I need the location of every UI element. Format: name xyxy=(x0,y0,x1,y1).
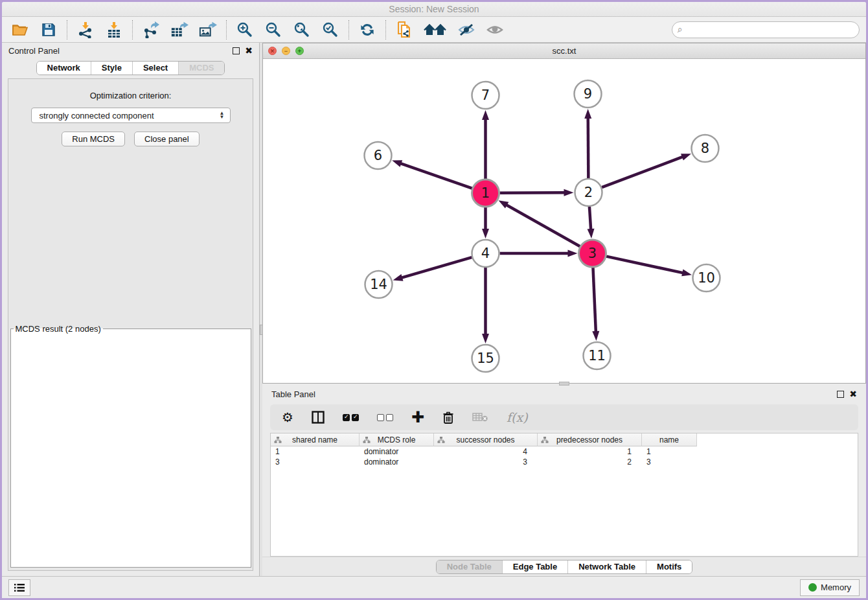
cell-MCDS-role[interactable]: dominator xyxy=(360,446,434,457)
edge-2-9[interactable] xyxy=(588,117,589,178)
clone-network-button[interactable] xyxy=(395,21,413,39)
edge-arrowhead xyxy=(564,189,573,196)
splitter-handle[interactable] xyxy=(559,382,569,386)
show-all-button[interactable] xyxy=(486,21,504,39)
tab-edge-table[interactable]: Edge Table xyxy=(502,560,567,573)
criterion-dropdown[interactable]: strongly connected component ▲▼ xyxy=(31,108,231,123)
first-neighbors-button[interactable] xyxy=(424,21,447,39)
import-table-button[interactable] xyxy=(105,21,123,39)
column-header-label: MCDS role xyxy=(378,435,416,444)
cell-MCDS-role[interactable]: dominator xyxy=(360,457,434,467)
table-panel-header: Table Panel ✖ xyxy=(262,386,866,402)
edge-3-11[interactable] xyxy=(593,268,595,332)
export-image-button[interactable] xyxy=(199,21,217,39)
network-window-titlebar[interactable]: scc.txt ✕ − + xyxy=(263,43,865,59)
mcds-result-text[interactable]: 13 xyxy=(11,334,241,336)
node-label-3: 3 xyxy=(588,246,597,261)
edge-arrowhead xyxy=(584,109,591,119)
window-zoom-icon[interactable]: + xyxy=(295,47,304,55)
cell-predecessor-nodes[interactable]: 1 xyxy=(538,446,642,457)
zoom-in-icon xyxy=(236,21,253,38)
hide-selected-button[interactable] xyxy=(457,21,475,39)
column-header-shared-name[interactable]: shared name xyxy=(271,433,360,446)
edge-arrowhead xyxy=(482,110,489,120)
edge-2-3[interactable] xyxy=(589,207,591,230)
table-row[interactable]: 3dominator323 xyxy=(271,457,858,467)
column-header-MCDS-role[interactable]: MCDS role xyxy=(360,433,434,446)
tab-node-table[interactable]: Node Table xyxy=(437,560,502,573)
column-header-predecessor-nodes[interactable]: predecessor nodes xyxy=(538,433,642,446)
node-label-6: 6 xyxy=(374,148,382,163)
edge-3-10[interactable] xyxy=(606,257,683,273)
network-window-title: scc.txt xyxy=(263,46,865,56)
node-label-4: 4 xyxy=(481,246,490,261)
vertical-splitter[interactable] xyxy=(259,43,262,576)
zoom-selected-button[interactable] xyxy=(321,21,339,39)
table-row[interactable]: 1dominator411 xyxy=(271,446,858,457)
close-panel-button[interactable]: Close panel xyxy=(134,132,200,146)
edge-3-1[interactable] xyxy=(506,205,580,247)
deselect-all-checkboxes-icon[interactable] xyxy=(377,414,393,421)
search-input[interactable] xyxy=(672,21,860,38)
tab-network-table[interactable]: Network Table xyxy=(567,560,646,573)
select-all-checkboxes-icon[interactable] xyxy=(343,414,359,421)
float-panel-icon[interactable] xyxy=(837,391,844,398)
zoom-out-button[interactable] xyxy=(264,21,282,39)
edge-1-6[interactable] xyxy=(400,163,472,189)
column-header-successor-nodes[interactable]: successor nodes xyxy=(434,433,538,446)
refresh-layout-button[interactable] xyxy=(358,21,376,39)
network-canvas[interactable]: 7968124314101511 xyxy=(263,59,865,383)
delete-column-icon[interactable] xyxy=(442,411,454,424)
network-graph[interactable]: 7968124314101511 xyxy=(263,59,865,383)
memory-label: Memory xyxy=(821,583,851,592)
delete-table-grid-icon xyxy=(472,412,488,422)
node-label-14: 14 xyxy=(370,277,387,292)
hierarchy-icon xyxy=(541,436,549,444)
cell-shared-name[interactable]: 1 xyxy=(271,446,360,457)
application-window: Session: New Session xyxy=(0,0,868,600)
node-label-7: 7 xyxy=(481,87,490,103)
export-network-button[interactable] xyxy=(142,21,160,39)
show-panels-button[interactable] xyxy=(8,579,30,596)
edge-4-14[interactable] xyxy=(401,257,472,278)
cell-shared-name[interactable]: 3 xyxy=(271,457,360,467)
add-column-icon[interactable]: ✚ xyxy=(411,411,424,424)
close-panel-icon[interactable]: ✖ xyxy=(849,391,857,398)
save-session-button[interactable] xyxy=(40,21,58,39)
tab-motifs[interactable]: Motifs xyxy=(646,560,692,573)
cell-successor-nodes[interactable]: 4 xyxy=(434,446,538,457)
function-builder-icon: f(x) xyxy=(507,410,528,424)
cell-successor-nodes[interactable]: 3 xyxy=(434,457,538,467)
column-header-label: predecessor nodes xyxy=(556,435,622,444)
tab-select[interactable]: Select xyxy=(132,62,178,75)
control-panel-tabs: NetworkStyleSelectMCDS xyxy=(36,61,225,75)
open-session-button[interactable] xyxy=(11,21,29,39)
column-settings-icon[interactable]: ⚙ xyxy=(282,411,293,424)
edge-1-2[interactable] xyxy=(499,192,565,193)
run-mcds-button[interactable]: Run MCDS xyxy=(62,132,125,146)
zoom-fit-button[interactable] xyxy=(293,21,311,39)
tab-mcds[interactable]: MCDS xyxy=(178,62,224,75)
cell-name[interactable]: 3 xyxy=(642,457,697,467)
float-panel-icon[interactable] xyxy=(233,47,240,54)
zoom-in-button[interactable] xyxy=(236,21,254,39)
cell-predecessor-nodes[interactable]: 2 xyxy=(538,457,642,467)
result-line: 1 xyxy=(15,335,237,336)
tab-network[interactable]: Network xyxy=(37,62,91,75)
export-table-button[interactable] xyxy=(170,21,188,39)
import-network-button[interactable] xyxy=(76,21,95,39)
close-panel-icon[interactable]: ✖ xyxy=(245,47,253,54)
edge-arrowhead xyxy=(392,160,402,167)
window-titlebar: Session: New Session xyxy=(2,2,866,17)
split-panel-icon[interactable] xyxy=(312,411,325,424)
memory-button[interactable]: Memory xyxy=(800,579,860,596)
column-header-name[interactable]: name xyxy=(642,433,697,446)
window-minimize-icon[interactable]: − xyxy=(282,47,290,55)
edge-arrowhead xyxy=(588,229,595,238)
edge-2-8[interactable] xyxy=(602,157,683,188)
horizontal-splitter[interactable] xyxy=(262,384,866,386)
window-close-icon[interactable]: ✕ xyxy=(268,47,277,55)
trash-icon xyxy=(442,411,454,424)
tab-style[interactable]: Style xyxy=(91,62,132,75)
cell-name[interactable]: 1 xyxy=(642,446,697,457)
